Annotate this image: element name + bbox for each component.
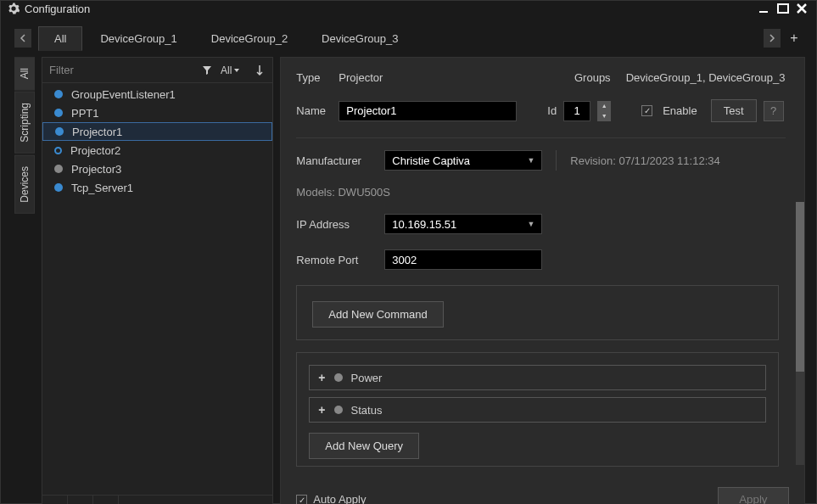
- device-list: GroupEventListener1PPT1Projector1Project…: [42, 83, 272, 495]
- device-name: Projector3: [71, 163, 121, 176]
- scrollbar[interactable]: [796, 202, 804, 465]
- add-multi-device-button[interactable]: ++: [68, 496, 93, 504]
- device-item[interactable]: Tcp_Server1: [42, 178, 272, 197]
- tab-all[interactable]: All: [38, 26, 82, 51]
- status-dot: [55, 127, 64, 136]
- ip-label: IP Address: [296, 218, 378, 231]
- name-input[interactable]: [339, 101, 517, 121]
- svg-rect-1: [778, 4, 788, 13]
- tab-devicegroup-3[interactable]: DeviceGroup_3: [305, 26, 414, 51]
- status-dot: [54, 90, 63, 98]
- groups-value: DeviceGroup_1, DeviceGroup_3: [626, 71, 786, 84]
- side-tab-devices[interactable]: Devices: [14, 155, 35, 214]
- device-item[interactable]: GroupEventListener1: [42, 85, 272, 104]
- side-tab-all[interactable]: All: [14, 57, 35, 90]
- query-item[interactable]: +Status: [309, 397, 765, 423]
- port-label: Remote Port: [296, 254, 378, 266]
- commands-section: Add New Command: [296, 285, 778, 340]
- tab-scroll-right[interactable]: [764, 29, 781, 48]
- gear-icon: [8, 3, 20, 14]
- manufacturer-label: Manufacturer: [296, 154, 378, 167]
- filter-mode-dropdown[interactable]: All: [217, 63, 243, 78]
- id-input[interactable]: [563, 101, 590, 121]
- ip-value: 10.169.15.51: [392, 218, 456, 231]
- add-command-button[interactable]: Add New Command: [312, 301, 443, 328]
- id-spin-down[interactable]: ▼: [597, 111, 611, 121]
- auto-apply-label: Auto Apply: [313, 493, 366, 504]
- device-name: GroupEventListener1: [71, 88, 176, 101]
- remove-device-button[interactable]: –: [93, 496, 119, 504]
- window-title: Configuration: [25, 3, 757, 15]
- side-tab-scripting[interactable]: Scripting: [14, 92, 35, 154]
- auto-apply-checkbox[interactable]: ✓: [296, 495, 307, 504]
- manufacturer-value: Christie Captiva: [392, 154, 470, 167]
- test-button[interactable]: Test: [711, 99, 757, 122]
- sort-icon[interactable]: [252, 63, 267, 78]
- tab-devicegroup-2[interactable]: DeviceGroup_2: [195, 26, 304, 51]
- minimize-button[interactable]: [757, 1, 772, 16]
- device-item[interactable]: Projector2: [42, 141, 272, 160]
- device-item[interactable]: Projector1: [42, 122, 272, 141]
- device-name: Projector1: [72, 126, 122, 138]
- enable-label: Enable: [663, 104, 697, 117]
- status-dot: [334, 406, 343, 414]
- add-query-button[interactable]: Add New Query: [309, 433, 419, 459]
- help-button[interactable]: ?: [764, 101, 784, 121]
- properties-panel: Type Projector Groups DeviceGroup_1, Dev…: [280, 57, 804, 504]
- models-label: Models: DWU500S: [296, 186, 390, 199]
- ip-select[interactable]: 10.169.15.51 ▼: [384, 214, 542, 234]
- status-dot: [54, 183, 63, 192]
- status-dot: [334, 373, 343, 382]
- query-label: Status: [351, 404, 383, 417]
- expand-icon: +: [318, 371, 325, 384]
- queries-section: +Power+Status Add New Query: [296, 352, 778, 467]
- status-dot: [54, 147, 62, 154]
- device-name: Projector2: [70, 144, 120, 157]
- device-item[interactable]: Projector3: [42, 160, 272, 178]
- tabs: All DeviceGroup_1 DeviceGroup_2 DeviceGr…: [38, 26, 760, 51]
- apply-button[interactable]: Apply: [718, 487, 788, 504]
- add-device-button[interactable]: +: [42, 496, 68, 504]
- status-dot: [54, 165, 63, 173]
- device-name: Tcp_Server1: [71, 182, 133, 194]
- id-spin-up[interactable]: ▲: [597, 101, 611, 111]
- revision-label: Revision: 07/11/2023 11:12:34: [570, 154, 719, 167]
- device-item[interactable]: PPT1: [42, 104, 272, 122]
- filter-icon[interactable]: [199, 64, 215, 77]
- query-item[interactable]: +Power: [309, 365, 765, 390]
- manufacturer-select[interactable]: Christie Captiva ▼: [384, 150, 542, 171]
- svg-rect-0: [759, 11, 768, 13]
- port-input[interactable]: [384, 249, 542, 270]
- device-name: PPT1: [71, 107, 99, 120]
- close-button[interactable]: [794, 1, 809, 16]
- query-label: Power: [351, 372, 383, 384]
- maximize-button[interactable]: [775, 1, 791, 16]
- device-list-panel: All GroupEventListener1PPT1Projector1Pro…: [42, 57, 273, 504]
- groups-label: Groups: [574, 71, 611, 84]
- expand-icon: +: [318, 403, 325, 417]
- tab-devicegroup-1[interactable]: DeviceGroup_1: [84, 26, 193, 51]
- type-value: Projector: [339, 71, 383, 84]
- filter-mode-label: All: [221, 64, 232, 76]
- titlebar: Configuration: [1, 1, 816, 16]
- enable-checkbox[interactable]: ✓: [641, 105, 652, 116]
- tab-scroll-left[interactable]: [14, 29, 31, 48]
- type-label: Type: [296, 71, 332, 84]
- filter-input[interactable]: [42, 64, 199, 76]
- add-tab-button[interactable]: +: [786, 29, 803, 48]
- id-label: Id: [547, 104, 557, 117]
- name-label: Name: [296, 104, 332, 117]
- status-dot: [54, 109, 63, 117]
